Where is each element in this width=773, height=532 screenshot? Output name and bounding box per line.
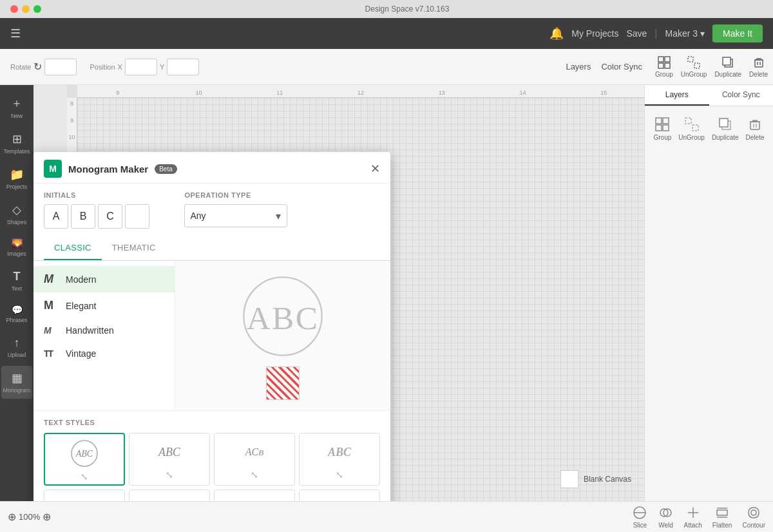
toolbar-rotate-section: Rotate ↻ [5,59,82,75]
style-elegant[interactable]: M Elegant [33,292,175,319]
sidebar-item-templates[interactable]: ⊞ Templates [1,127,32,160]
hamburger-icon[interactable]: ☰ [10,26,21,41]
sidebar-item-images[interactable]: 🌄 Images [1,233,32,262]
flatten-tool[interactable]: Flatten [712,505,732,529]
layers-tab[interactable]: Layers [566,62,591,71]
svg-rect-19 [685,118,691,124]
text-style-preview-8: ABC [329,495,350,501]
initial-a[interactable]: A [44,204,68,229]
svg-rect-7 [723,57,730,65]
sidebar-item-monogram[interactable]: ▦ Monogram [1,366,32,399]
x-input[interactable] [125,59,157,75]
make-it-button[interactable]: Make It [712,24,763,43]
classic-tab[interactable]: CLASSIC [44,236,102,260]
text-style-card-3[interactable]: ACB ⤡ [214,433,295,486]
minimize-window-btn[interactable] [22,5,30,13]
text-style-preview-1: ABC [65,439,104,468]
maximize-window-btn[interactable] [33,5,41,13]
right-duplicate-icon[interactable]: Duplicate [712,117,739,141]
text-style-card-8[interactable]: ABC ⤡ [299,489,380,501]
svg-rect-8 [755,60,763,67]
style-vintage[interactable]: TT Vintage [33,342,175,365]
sidebar-item-new[interactable]: ＋ New [1,90,32,124]
right-panel: Layers Color Sync Group UnGroup Duplicat… [644,85,773,501]
notifications-bell-icon[interactable]: 🔔 [549,26,564,41]
text-styles-section: TEXT STYLES ABC ⤡ ABC ⤡ [33,410,390,501]
text-style-card-7[interactable]: ACB ⤡ [214,489,295,501]
initial-c[interactable]: C [98,204,122,229]
beta-badge: Beta [155,164,177,174]
svg-rect-4 [688,57,693,62]
y-input[interactable] [167,59,199,75]
zoom-out-button[interactable]: ⊕ [8,511,16,523]
contour-tool[interactable]: Contour [742,505,765,529]
right-icon-group: Group UnGroup Duplicate Delete [650,111,768,146]
color-sync-tab-right[interactable]: Color Sync [709,85,774,106]
sidebar-item-projects[interactable]: 📁 Projects [1,162,32,195]
zoom-in-button[interactable]: ⊕ [43,511,51,523]
text-style-card-2[interactable]: ABC ⤡ [129,433,210,486]
style-handwritten[interactable]: M Handwritten [33,319,175,342]
svg-text:ABC: ABC [75,449,93,459]
svg-rect-15 [656,118,662,124]
delete-tool[interactable]: Delete [749,55,768,78]
flatten-label: Flatten [712,522,732,529]
maker-selector[interactable]: Maker 3 ▾ [665,28,705,39]
operation-label: OPERATION TYPE [184,191,380,199]
close-window-btn[interactable] [10,5,18,13]
sidebar-item-text[interactable]: T Text [1,265,32,297]
svg-rect-3 [665,63,670,68]
initial-d[interactable] [125,204,149,229]
svg-rect-16 [663,118,669,124]
resize-icon-2: ⤡ [166,470,173,480]
color-swatch[interactable] [266,366,300,400]
style-vintage-label: Vintage [66,348,96,359]
templates-icon: ⊞ [12,132,22,146]
duplicate-tool[interactable]: Duplicate [714,55,741,78]
right-group-icon[interactable]: Group [654,117,672,141]
sidebar-item-phrases[interactable]: 💬 Phrases [1,299,32,328]
sidebar-label-text: Text [12,285,23,292]
vintage-icon: TT [44,348,59,359]
svg-rect-23 [750,122,759,129]
operation-select[interactable]: Any Cut Draw Score [184,204,287,227]
chevron-down-icon: ▾ [700,28,705,39]
right-duplicate-label: Duplicate [712,134,739,141]
save-button[interactable]: Save [626,28,647,39]
layers-tab-right[interactable]: Layers [645,85,709,106]
attach-tool[interactable]: Attach [683,505,701,529]
style-modern[interactable]: M Modern [33,266,175,292]
app-version: Design Space v7.10.163 [46,5,768,14]
sidebar-label-templates: Templates [3,148,30,155]
rotate-label: Rotate [10,63,31,71]
thematic-tab[interactable]: THEMATIC [102,236,166,260]
ungroup-tool[interactable]: UnGroup [681,55,707,78]
slice-tool[interactable]: Slice [632,505,647,529]
rotate-input[interactable] [44,59,77,75]
style-list: M Modern M Elegant M Handwritten TT Vint… [33,261,175,410]
right-delete-icon[interactable]: Delete [746,117,765,141]
svg-rect-2 [658,63,663,68]
my-projects-link[interactable]: My Projects [571,28,618,39]
right-ungroup-icon[interactable]: UnGroup [678,117,705,141]
sidebar-item-upload[interactable]: ↑ Upload [1,331,32,363]
zoom-control: ⊕ 100% ⊕ [8,511,51,523]
color-sync-tab[interactable]: Color Sync [601,62,642,71]
shapes-icon: ◇ [12,203,21,217]
sidebar-item-shapes[interactable]: ◇ Shapes [1,198,32,231]
close-panel-button[interactable]: ✕ [370,163,380,175]
group-label: Group [655,71,673,78]
text-style-card-1[interactable]: ABC ⤡ [44,433,125,486]
svg-rect-5 [694,63,700,68]
rotate-icon[interactable]: ↻ [33,61,42,73]
text-style-card-4[interactable]: ABC ⤡ [299,433,380,486]
weld-tool[interactable]: Weld [658,505,673,529]
delete-label: Delete [749,71,768,78]
text-style-card-5[interactable]: ACB ⤡ [44,489,125,501]
svg-rect-18 [663,125,669,131]
initial-b[interactable]: B [71,204,95,229]
group-tool[interactable]: Group [655,55,673,78]
weld-label: Weld [658,522,673,529]
x-label: X [118,63,122,71]
text-style-card-6[interactable]: ABC ⤡ [129,489,210,501]
